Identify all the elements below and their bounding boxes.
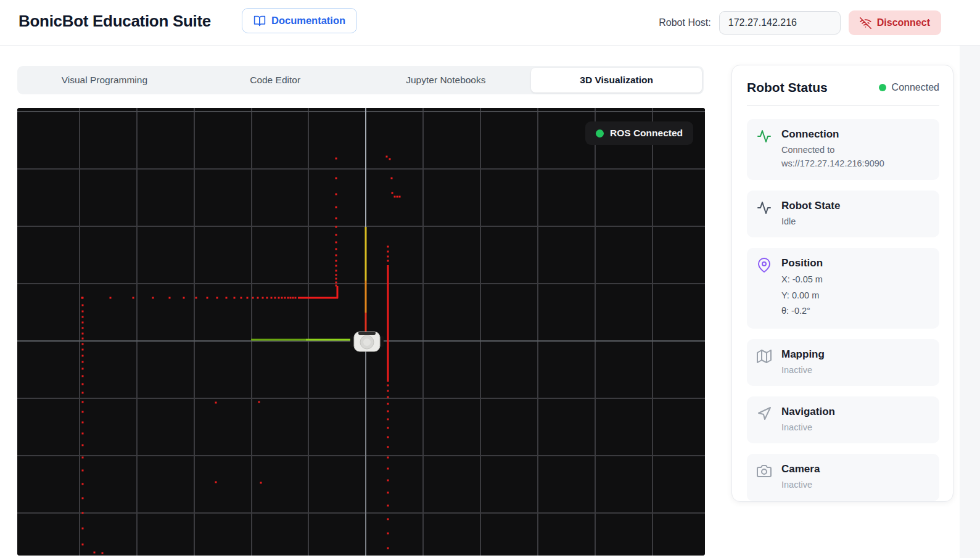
documentation-button-label: Documentation (271, 15, 345, 27)
robot-host-input[interactable] (719, 11, 841, 35)
card-line: Connected to (781, 143, 884, 157)
status-card-connection: Connection Connected to ws://172.27.142.… (747, 119, 939, 180)
card-title: Mapping (781, 348, 825, 361)
navigation-icon (757, 406, 772, 421)
card-line: Inactive (781, 363, 825, 377)
activity-icon (757, 200, 772, 215)
position-theta: θ: -0.2° (781, 303, 823, 319)
card-title: Connection (781, 128, 884, 141)
card-title: Position (781, 257, 823, 269)
wifi-off-icon (860, 17, 871, 29)
card-title: Navigation (781, 406, 835, 418)
status-dot (879, 84, 886, 91)
disconnect-button-label: Disconnect (877, 17, 930, 28)
tab-jupyter-notebooks[interactable]: Jupyter Notebooks (361, 68, 532, 92)
card-title: Robot State (781, 200, 840, 212)
page-right-gutter (960, 46, 980, 558)
page-title: BonicBot Education Suite (19, 12, 211, 31)
robot-host-label: Robot Host: (659, 17, 710, 28)
map-icon (757, 349, 772, 364)
ros-status-badge: ROS Connected (585, 121, 693, 145)
ros-status-dot (596, 129, 604, 137)
position-x: X: -0.05 m (781, 272, 823, 287)
activity-icon (757, 129, 772, 144)
card-line: Inactive (781, 478, 820, 491)
card-line: Idle (781, 215, 840, 228)
status-card-camera: Camera Inactive (747, 454, 939, 501)
card-line: ws://172.27.142.216:9090 (781, 157, 884, 170)
book-open-icon (253, 15, 266, 27)
tab-bar: Visual Programming Code Editor Jupyter N… (17, 66, 704, 94)
card-title: Camera (781, 463, 820, 475)
panel-title: Robot Status (747, 80, 828, 95)
tab-3d-visualization[interactable]: 3D Visualization (531, 68, 702, 92)
documentation-button[interactable]: Documentation (242, 8, 357, 33)
card-line: Inactive (781, 421, 835, 434)
position-y: Y: 0.00 m (781, 288, 823, 303)
status-card-mapping: Mapping Inactive (747, 339, 939, 386)
status-card-position: Position X: -0.05 m Y: 0.00 m θ: -0.2° (747, 248, 939, 328)
robot-status-panel: Robot Status Connected Connection Connec… (731, 65, 953, 502)
viz-3d-canvas[interactable]: ROS Connected (17, 108, 705, 556)
camera-icon (757, 464, 772, 478)
status-label: Connected (892, 82, 939, 93)
tab-visual-programming[interactable]: Visual Programming (19, 68, 190, 92)
panel-divider (747, 105, 939, 106)
disconnect-button[interactable]: Disconnect (849, 10, 941, 35)
connection-status: Connected (879, 82, 939, 93)
app-header: BonicBot Education Suite Documentation R… (0, 0, 980, 46)
map-pin-icon (757, 258, 772, 273)
ros-status-label: ROS Connected (610, 128, 683, 139)
status-card-robot-state: Robot State Idle (747, 191, 939, 237)
tab-code-editor[interactable]: Code Editor (190, 68, 361, 92)
lidar-scene (17, 108, 705, 556)
status-card-navigation: Navigation Inactive (747, 396, 939, 443)
